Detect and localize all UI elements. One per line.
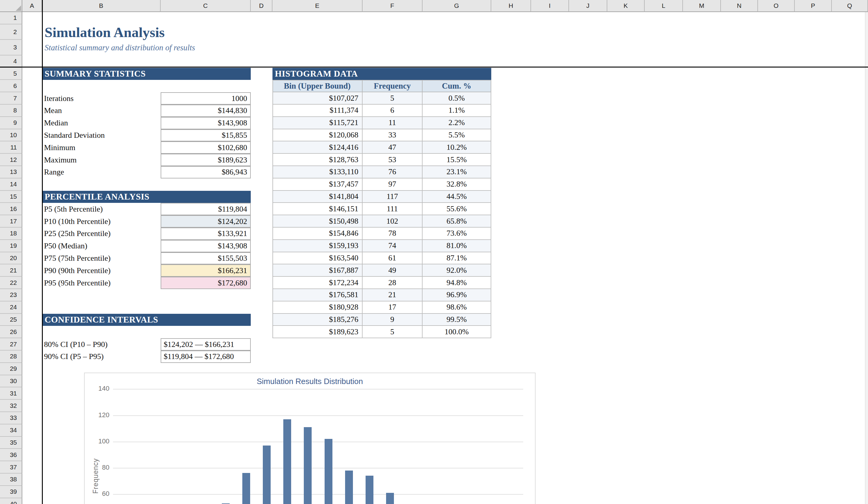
row-header-16[interactable]: 16 [0,203,22,215]
row-header-14[interactable]: 14 [0,178,22,191]
table-cell[interactable]: 78 [363,228,423,240]
row-header-10[interactable]: 10 [0,129,22,142]
table-cell[interactable]: $128,763 [272,154,363,166]
chart-bar[interactable] [345,471,353,504]
row-header-18[interactable]: 18 [0,228,22,240]
table-cell[interactable]: 98.6% [423,301,491,314]
row-header-35[interactable]: 35 [0,437,22,449]
histogram-column-header[interactable]: Cum. % [423,80,491,92]
column-header-H[interactable]: H [491,0,531,12]
table-cell[interactable]: 32.8% [423,178,491,191]
table-cell[interactable]: 17 [363,301,423,314]
summary-stat-label[interactable]: Standard Deviation [44,129,158,142]
summary-stat-value[interactable]: 1000 [161,92,251,105]
row-header-32[interactable]: 32 [0,400,22,412]
percentile-value[interactable]: $166,231 [161,264,251,277]
chart-bar[interactable] [304,427,312,504]
table-cell[interactable]: 99.5% [423,314,491,326]
ci-label[interactable]: 90% CI (P5 – P95) [44,351,158,363]
table-cell[interactable]: 15.5% [423,154,491,166]
row-header-34[interactable]: 34 [0,424,22,437]
table-cell[interactable]: $115,721 [272,117,363,129]
percentile-analysis-header[interactable]: PERCENTILE ANALYSIS [42,191,251,203]
column-header-A[interactable]: A [22,0,42,12]
ci-label[interactable]: 80% CI (P10 – P90) [44,338,158,351]
table-cell[interactable]: $172,234 [272,277,363,289]
column-header-D[interactable]: D [251,0,272,12]
summary-stat-label[interactable]: Range [44,166,158,178]
column-header-I[interactable]: I [531,0,569,12]
column-header-B[interactable]: B [42,0,161,12]
table-cell[interactable]: 5.5% [423,129,491,142]
percentile-label[interactable]: P50 (Median) [44,240,158,252]
page-subtitle[interactable]: Statistical summary and distribution of … [45,40,316,55]
row-header-36[interactable]: 36 [0,449,22,461]
row-header-5[interactable]: 5 [0,68,22,80]
column-header-E[interactable]: E [272,0,363,12]
row-header-31[interactable]: 31 [0,387,22,400]
row-header-29[interactable]: 29 [0,363,22,375]
row-header-25[interactable]: 25 [0,314,22,326]
table-cell[interactable]: $189,623 [272,326,363,338]
chart-bar[interactable] [386,493,394,504]
histogram-column-header[interactable]: Bin (Upper Bound) [272,80,363,92]
table-cell[interactable]: 61 [363,252,423,265]
row-header-3[interactable]: 3 [0,40,22,55]
summary-stat-value[interactable]: $144,830 [161,105,251,117]
column-header-L[interactable]: L [645,0,683,12]
column-header-O[interactable]: O [758,0,795,12]
summary-stat-value[interactable]: $102,680 [161,141,251,154]
table-cell[interactable]: 97 [363,178,423,191]
table-cell[interactable]: 5 [363,92,423,105]
table-cell[interactable]: 11 [363,117,423,129]
summary-stat-label[interactable]: Iterations [44,92,158,105]
table-cell[interactable]: $141,804 [272,191,363,203]
table-cell[interactable]: $133,110 [272,166,363,178]
row-header-27[interactable]: 27 [0,338,22,351]
table-cell[interactable]: 94.8% [423,277,491,289]
row-header-17[interactable]: 17 [0,215,22,228]
table-cell[interactable]: $159,193 [272,240,363,252]
table-cell[interactable]: 81.0% [423,240,491,252]
percentile-label[interactable]: P10 (10th Percentile) [44,215,158,228]
column-header-N[interactable]: N [721,0,758,12]
table-cell[interactable]: 2.2% [423,117,491,129]
row-header-38[interactable]: 38 [0,474,22,486]
row-header-19[interactable]: 19 [0,240,22,252]
column-header-P[interactable]: P [795,0,832,12]
table-cell[interactable]: $146,151 [272,203,363,215]
table-cell[interactable]: 73.6% [423,228,491,240]
table-cell[interactable]: 92.0% [423,264,491,277]
row-header-13[interactable]: 13 [0,166,22,178]
chart-bar[interactable] [242,473,250,504]
summary-stat-label[interactable]: Median [44,117,158,129]
histogram-column-header[interactable]: Frequency [363,80,423,92]
table-cell[interactable]: $137,457 [272,178,363,191]
row-header-22[interactable]: 22 [0,277,22,289]
table-cell[interactable]: 111 [363,203,423,215]
row-header-21[interactable]: 21 [0,264,22,277]
table-cell[interactable]: 5 [363,326,423,338]
table-cell[interactable]: $107,027 [272,92,363,105]
table-cell[interactable]: 76 [363,166,423,178]
table-cell[interactable]: 0.5% [423,92,491,105]
percentile-value[interactable]: $119,804 [161,203,251,215]
table-cell[interactable]: 33 [363,129,423,142]
column-header-G[interactable]: G [423,0,491,12]
row-header-23[interactable]: 23 [0,289,22,301]
summary-stat-value[interactable]: $86,943 [161,166,251,178]
summary-stat-value[interactable]: $143,908 [161,117,251,129]
row-header-7[interactable]: 7 [0,92,22,105]
summary-stat-label[interactable]: Minimum [44,141,158,154]
row-header-11[interactable]: 11 [0,141,22,154]
ci-value[interactable]: $119,804 — $172,680 [161,351,251,363]
chart-bar[interactable] [365,476,373,504]
table-cell[interactable]: 102 [363,215,423,228]
row-header-20[interactable]: 20 [0,252,22,265]
percentile-value[interactable]: $172,680 [161,277,251,289]
table-cell[interactable]: 87.1% [423,252,491,265]
summary-statistics-header[interactable]: SUMMARY STATISTICS [42,68,251,80]
table-cell[interactable]: 1.1% [423,105,491,117]
row-header-4[interactable]: 4 [0,55,22,68]
table-cell[interactable]: 23.1% [423,166,491,178]
